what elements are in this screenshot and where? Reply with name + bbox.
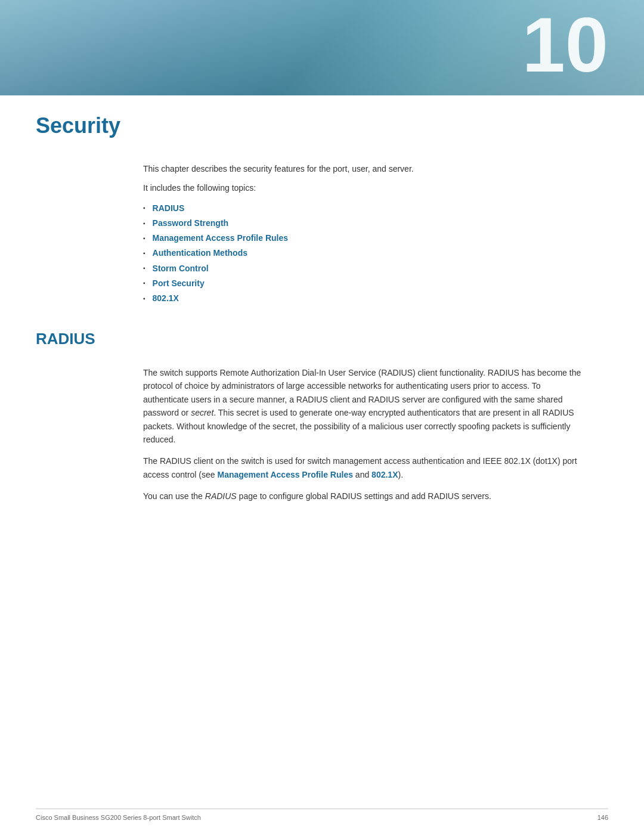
list-item: Password Strength bbox=[143, 216, 584, 231]
topic-link-port-security[interactable]: Port Security bbox=[153, 276, 205, 291]
footer-page-number: 146 bbox=[597, 814, 608, 821]
radius-paragraph-3: You can use the RADIUS page to configure… bbox=[143, 490, 584, 503]
topic-link-radius[interactable]: RADIUS bbox=[153, 201, 185, 216]
list-item: Port Security bbox=[143, 276, 584, 291]
section-heading-radius: RADIUS bbox=[36, 330, 608, 348]
list-item: RADIUS bbox=[143, 201, 584, 216]
chapter-banner: 10 bbox=[0, 0, 644, 95]
radius-paragraph-2: The RADIUS client on the switch is used … bbox=[143, 454, 584, 481]
intro-description: This chapter describes the security feat… bbox=[143, 162, 584, 175]
radius-paragraph-1: The switch supports Remote Authorization… bbox=[143, 366, 584, 446]
topic-link-dot1x[interactable]: 802.1X bbox=[153, 291, 179, 306]
intro-section: This chapter describes the security feat… bbox=[143, 162, 584, 306]
inline-link-dot1x[interactable]: 802.1X bbox=[371, 470, 398, 479]
list-item: Management Access Profile Rules bbox=[143, 231, 584, 246]
chapter-title: Security bbox=[36, 113, 608, 138]
topic-link-management-access[interactable]: Management Access Profile Rules bbox=[153, 231, 288, 246]
inline-link-management-access[interactable]: Management Access Profile Rules bbox=[218, 470, 353, 479]
page-footer: Cisco Small Business SG200 Series 8-port… bbox=[36, 809, 608, 821]
radius-section-body: The switch supports Remote Authorization… bbox=[143, 366, 584, 503]
topic-link-password-strength[interactable]: Password Strength bbox=[153, 216, 229, 231]
list-item: 802.1X bbox=[143, 291, 584, 306]
topic-link-storm-control[interactable]: Storm Control bbox=[153, 261, 209, 276]
topics-label: It includes the following topics: bbox=[143, 181, 584, 194]
page-content: Security This chapter describes the secu… bbox=[0, 113, 644, 503]
list-item: Storm Control bbox=[143, 261, 584, 276]
footer-left-text: Cisco Small Business SG200 Series 8-port… bbox=[36, 814, 201, 821]
chapter-number: 10 bbox=[522, 6, 608, 83]
list-item: Authentication Methods bbox=[143, 246, 584, 261]
topics-list: RADIUS Password Strength Management Acce… bbox=[143, 201, 584, 306]
topic-link-auth-methods[interactable]: Authentication Methods bbox=[153, 246, 247, 261]
